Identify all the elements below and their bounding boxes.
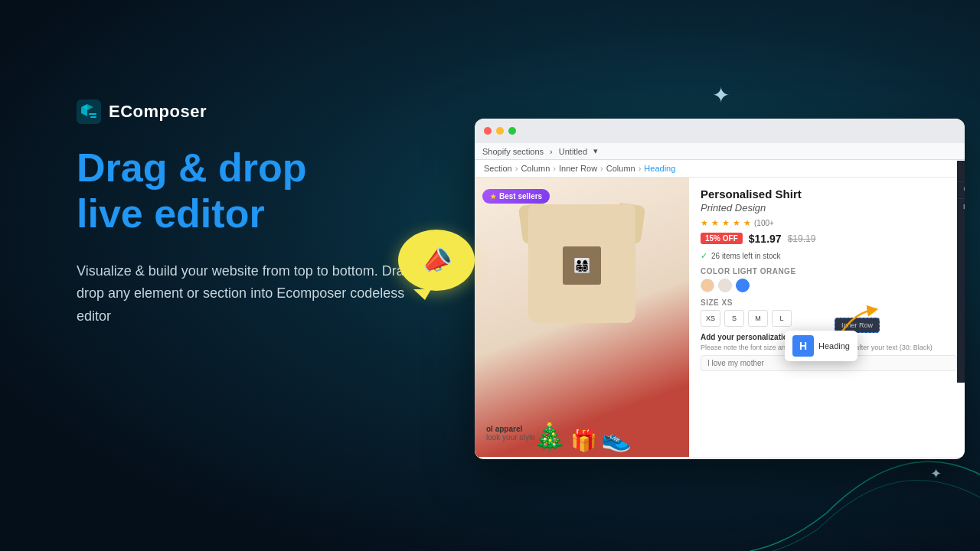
breadcrumb-column2[interactable]: Column [606,164,635,173]
badge-star-icon: ★ [490,193,496,201]
ecomposer-logo-icon [77,99,101,124]
price-row: 15% OFF $11.97 $19.19 [701,233,957,245]
size-m[interactable]: M [748,310,768,327]
minimize-dot[interactable] [496,127,504,135]
svg-rect-0 [77,99,101,124]
breadcrumb-column[interactable]: Column [521,164,550,173]
size-l[interactable]: L [772,310,792,327]
heading-popup-label: Heading [818,341,850,350]
star-1: ★ [701,218,708,228]
toolbar-dropdown[interactable]: ▾ [593,146,598,156]
search-icon: 🔍 [963,186,965,194]
photo-emoji: 👨‍👩‍👧‍👦 [573,257,590,274]
swatch-blue[interactable] [736,279,750,292]
breadcrumb-section[interactable]: Section [484,164,512,173]
svg-rect-1 [89,113,96,115]
product-image-area: 👨‍👩‍👧‍👦 🎄 🎁 👟 ★ Best sellers [475,178,689,457]
heading-popup: H Heading [785,331,858,361]
size-s[interactable]: S [724,310,744,327]
svg-rect-2 [90,116,96,118]
shopify-sections-link[interactable]: Shopify sections [482,147,544,156]
color-section: COLOR LIGHT ORANGE [701,267,957,292]
star-2: ★ [711,218,719,228]
size-xs[interactable]: XS [701,310,720,327]
panel-search: 🔍 CTRL+X [957,182,965,199]
element-video[interactable]: ▷ Video [962,325,965,361]
star-4: ★ [733,218,740,228]
deco-star-large-icon: ✦ [712,83,730,108]
apparel-tagline: look your style [486,433,535,442]
swatch-peach[interactable] [701,279,714,292]
product-area: 👨‍👩‍👧‍👦 🎄 🎁 👟 ★ Best sellers [475,178,965,457]
apparel-label: ol apparel look your style [486,425,535,442]
maximize-dot[interactable] [508,127,516,135]
elements-panel: Navigator Elements 🔍 CTRL+X Basic (25) ⊞… [957,161,965,383]
color-label: COLOR LIGHT ORANGE [701,267,957,276]
element-image[interactable]: 🖼 Image [962,252,965,288]
browser-window: Shopify sections › Untitled ▾ Section › … [475,119,965,459]
color-swatches [701,279,957,292]
wreath-icon: 🎄 [533,422,567,453]
deco-star-small-icon: ✦ [930,465,942,482]
star-3: ★ [722,218,730,228]
browser-content: 👨‍👩‍👧‍👦 🎄 🎁 👟 ★ Best sellers [475,178,965,457]
megaphone-icon: 📣 [418,242,455,278]
element-icon[interactable]: ◆ Icon [962,362,965,383]
shirt-item: 👨‍👩‍👧‍👦 [524,189,639,319]
stars-row: ★ ★ ★ ★ ★ (100+ [701,218,957,228]
element-inner-row[interactable]: ⊞ Inner Row [962,215,965,251]
bubble-shape: 📣 [398,230,475,291]
stock-row: ✓ 26 items left in stock [701,251,957,261]
tab-navigator[interactable]: Navigator [957,161,965,181]
browser-toolbar: Shopify sections › Untitled ▾ [475,143,965,160]
untitled-link[interactable]: Untitled [559,147,587,156]
close-dot[interactable] [484,127,492,135]
panel-section-label: Basic (25) [957,199,965,213]
heading-popup-icon: H [792,335,814,357]
breadcrumb-bar: Section › Column › Inner Row › Column › … [475,160,965,178]
megaphone-bubble: 📣 [398,230,475,291]
review-count: (100+ [754,219,774,227]
scene-bg: 👨‍👩‍👧‍👦 🎄 🎁 👟 ★ Best sellers [475,178,689,457]
price-current: $11.97 [749,233,782,245]
headline: Drag & drop live editor [77,145,475,237]
headline-drag: Drag & drop [77,145,306,190]
apparel-brand: ol apparel [486,425,535,433]
stock-icon: ✓ [701,251,707,261]
stock-text: 26 items left in stock [711,252,781,260]
breadcrumb-inner-row[interactable]: Inner Row [559,164,597,173]
browser-titlebar [475,119,965,143]
star-5: ★ [743,218,751,228]
body-text: Visualize & build your website from top … [77,260,429,328]
discount-badge: 15% OFF [701,233,743,244]
best-sellers-badge: ★ Best sellers [482,189,550,204]
badge-text: Best sellers [499,192,542,201]
product-title: Personalised Shirt [701,187,957,202]
breadcrumb-heading[interactable]: Heading [644,164,675,173]
element-accordion[interactable]: ≡ Accordion [962,289,965,324]
product-subtitle: Printed Design [701,202,957,214]
gift-icon: 🎁 [570,428,597,453]
price-old: $19.19 [788,233,816,244]
elements-grid: ⊞ Inner Row T Text 🖼 Image ⬜ Button ≡ Ac… [957,213,965,383]
logo-area: EComposer [77,99,475,124]
toolbar-arrow: › [550,147,553,156]
panel-tabs: Navigator Elements [957,161,965,182]
logo-text: EComposer [109,102,207,122]
shirt-photo: 👨‍👩‍👧‍👦 [563,246,601,285]
shirt-fabric: 👨‍👩‍👧‍👦 [528,204,635,323]
swatch-light[interactable] [718,279,732,292]
shoe-icon: 👟 [601,424,632,453]
christmas-items: 🎄 🎁 👟 [475,365,689,457]
